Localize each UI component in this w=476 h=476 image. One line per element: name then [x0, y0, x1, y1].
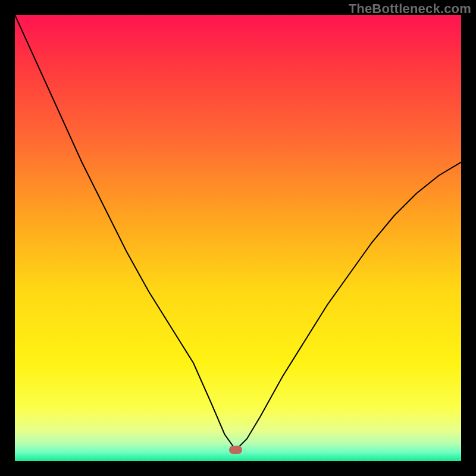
bottleneck-curve — [15, 15, 461, 461]
plot-area — [15, 15, 461, 461]
chart-frame: TheBottleneck.com — [0, 0, 476, 476]
optimal-point-marker — [229, 446, 242, 454]
curve-path — [15, 15, 461, 450]
